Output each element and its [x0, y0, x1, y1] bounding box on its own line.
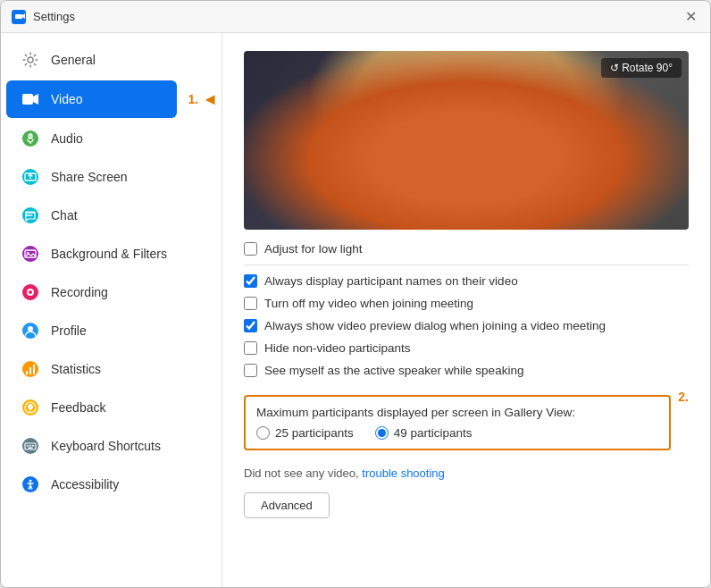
see-myself-checkbox[interactable]	[244, 364, 257, 377]
svg-rect-22	[33, 365, 35, 374]
sidebar-video-wrapper: Video 1. ◄	[1, 80, 222, 119]
see-myself-row[interactable]: See myself as the active speaker while s…	[244, 364, 689, 377]
title-bar-left: Settings	[12, 10, 75, 24]
troubleshoot-text: Did not see any video,	[244, 466, 359, 480]
keyboard-icon	[21, 436, 40, 456]
close-button[interactable]: ✕	[682, 8, 699, 26]
sidebar-label-profile: Profile	[51, 323, 87, 338]
share-screen-icon	[21, 167, 40, 187]
gallery-view-section: Maximum participants displayed per scree…	[244, 386, 689, 459]
troubleshoot-row: Did not see any video, trouble shooting	[244, 466, 689, 480]
display-names-row[interactable]: Always display participant names on thei…	[244, 274, 689, 288]
svg-marker-5	[33, 94, 38, 105]
radio-group: 25 participants 49 participants	[256, 426, 658, 440]
svg-point-18	[28, 326, 33, 332]
svg-rect-28	[27, 445, 29, 447]
show-preview-checkbox[interactable]	[244, 319, 257, 332]
sidebar-label-accessibility: Accessibility	[51, 477, 119, 491]
statistics-icon	[21, 359, 40, 379]
preview-image	[244, 51, 689, 230]
sidebar-label-chat: Chat	[51, 208, 78, 223]
sidebar-item-keyboard[interactable]: Keyboard Shortcuts	[6, 427, 216, 465]
sidebar-item-background[interactable]: Background & Filters	[6, 235, 216, 273]
audio-icon	[21, 129, 40, 148]
sidebar-label-background: Background & Filters	[51, 247, 167, 261]
hide-nonvideo-checkbox[interactable]	[244, 341, 257, 355]
display-names-label: Always display participant names on thei…	[264, 274, 518, 288]
rotate-button[interactable]: ↺ Rotate 90°	[601, 58, 682, 78]
turn-off-video-checkbox[interactable]	[244, 297, 257, 310]
see-myself-label: See myself as the active speaker while s…	[264, 364, 523, 377]
main-panel: ↺ Rotate 90° Adjust for low light Always…	[222, 33, 710, 587]
adjust-light-label: Adjust for low light	[264, 242, 363, 256]
hide-nonvideo-row[interactable]: Hide non-video participants	[244, 341, 689, 355]
gear-icon	[21, 50, 40, 70]
svg-point-25	[29, 411, 31, 413]
chat-icon	[21, 206, 40, 225]
sidebar-item-chat[interactable]: Chat	[6, 197, 216, 234]
radio-49[interactable]	[375, 426, 389, 440]
feedback-icon	[21, 398, 40, 417]
arrow-right-icon: ◄	[202, 90, 218, 109]
sidebar-label-statistics: Statistics	[51, 362, 101, 376]
sidebar-label-audio: Audio	[51, 131, 83, 146]
window-title: Settings	[33, 10, 75, 23]
radio-25-label: 25 participants	[275, 426, 354, 440]
sidebar-label-keyboard: Keyboard Shortcuts	[51, 439, 161, 453]
settings-window: Settings ✕ General	[0, 0, 711, 588]
sidebar-label-share: Share Screen	[51, 170, 128, 184]
sidebar-item-share-screen[interactable]: Share Screen	[6, 158, 216, 196]
video-icon	[21, 89, 40, 109]
svg-point-33	[29, 480, 32, 483]
sidebar-item-audio[interactable]: Audio	[6, 120, 216, 157]
sidebar-label-feedback: Feedback	[51, 400, 105, 415]
annotation-1: 1.	[188, 92, 198, 106]
gallery-box: Maximum participants displayed per scree…	[244, 395, 671, 450]
adjust-light-row[interactable]: Adjust for low light	[244, 242, 689, 256]
video-preview: ↺ Rotate 90°	[244, 51, 689, 230]
sidebar-item-statistics[interactable]: Statistics	[6, 350, 216, 388]
display-names-checkbox[interactable]	[244, 274, 257, 288]
turn-off-video-label: Turn off my video when joining meeting	[264, 297, 473, 310]
profile-icon	[21, 321, 40, 340]
svg-point-3	[28, 57, 33, 63]
adjust-light-checkbox[interactable]	[244, 242, 257, 256]
svg-rect-4	[22, 94, 33, 105]
show-preview-label: Always show video preview dialog when jo…	[264, 319, 606, 332]
radio-49-label: 49 participants	[394, 426, 473, 440]
sidebar-item-video[interactable]: Video	[6, 80, 177, 118]
divider-1	[244, 265, 689, 265]
recording-icon	[21, 282, 40, 302]
svg-rect-21	[29, 367, 31, 374]
sidebar-item-recording[interactable]: Recording	[6, 273, 216, 311]
sidebar-item-general[interactable]: General	[6, 41, 216, 79]
radio-49-row[interactable]: 49 participants	[375, 426, 473, 440]
troubleshoot-link[interactable]: trouble shooting	[362, 466, 445, 480]
sidebar-item-profile[interactable]: Profile	[6, 312, 216, 349]
sidebar-item-accessibility[interactable]: Accessibility	[6, 466, 216, 503]
show-preview-row[interactable]: Always show video preview dialog when jo…	[244, 319, 689, 332]
svg-rect-29	[29, 445, 31, 447]
sidebar-label-video: Video	[51, 92, 83, 106]
sidebar: General Video 1. ◄	[1, 33, 222, 587]
app-icon	[12, 10, 26, 24]
svg-rect-31	[29, 448, 33, 449]
annotation-2: 2.	[678, 390, 689, 404]
hide-nonvideo-label: Hide non-video participants	[264, 341, 411, 355]
svg-rect-1	[15, 14, 22, 19]
background-icon	[21, 244, 40, 264]
radio-25-row[interactable]: 25 participants	[256, 426, 354, 440]
sidebar-label-general: General	[51, 53, 96, 67]
title-bar: Settings ✕	[1, 1, 710, 33]
svg-point-16	[29, 290, 32, 294]
accessibility-icon	[21, 475, 40, 494]
turn-off-video-row[interactable]: Turn off my video when joining meeting	[244, 297, 689, 310]
svg-rect-20	[26, 371, 28, 374]
gallery-label: Maximum participants displayed per scree…	[256, 406, 658, 419]
svg-rect-30	[32, 445, 34, 447]
sidebar-label-recording: Recording	[51, 285, 108, 299]
sidebar-item-feedback[interactable]: Feedback	[6, 389, 216, 426]
radio-25[interactable]	[256, 426, 270, 440]
content-area: General Video 1. ◄	[1, 33, 710, 587]
advanced-button[interactable]: Advanced	[244, 492, 330, 518]
